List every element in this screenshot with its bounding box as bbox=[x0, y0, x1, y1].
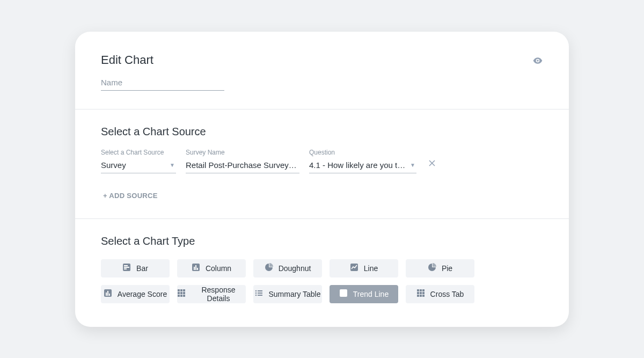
question-select[interactable]: 4.1 - How likely are you to pur... ▼ bbox=[309, 159, 416, 173]
svg-rect-21 bbox=[178, 295, 180, 297]
survey-name-value: Retail Post-Purchase Survey_Mode bbox=[186, 160, 298, 170]
chart-type-summary-table[interactable]: Summary Table bbox=[253, 285, 322, 303]
column-icon bbox=[104, 289, 112, 299]
chart-source-label: Select a Chart Source bbox=[101, 149, 176, 156]
line-icon bbox=[339, 289, 348, 299]
bar-icon bbox=[122, 263, 131, 273]
svg-rect-35 bbox=[420, 292, 422, 294]
svg-rect-32 bbox=[420, 289, 422, 291]
chart-type-label: Summary Table bbox=[268, 290, 320, 298]
chart-source-field: Select a Chart Source Survey ▼ bbox=[101, 149, 176, 173]
chart-type-trend-line[interactable]: Trend Line bbox=[330, 285, 398, 303]
svg-rect-17 bbox=[183, 289, 185, 291]
list-icon bbox=[254, 289, 263, 299]
chart-type-pie[interactable]: Pie bbox=[406, 259, 474, 277]
divider bbox=[75, 109, 569, 109]
line-icon bbox=[350, 263, 358, 273]
divider bbox=[75, 218, 569, 219]
doughnut-icon bbox=[265, 263, 273, 273]
chart-type-label: Cross Tab bbox=[430, 290, 464, 298]
chart-type-label: Pie bbox=[442, 264, 452, 273]
chart-type-column[interactable]: Column bbox=[177, 259, 246, 277]
chart-type-label: Trend Line bbox=[353, 290, 389, 298]
svg-rect-38 bbox=[420, 295, 422, 297]
chart-type-bar[interactable]: Bar bbox=[101, 259, 170, 277]
question-label: Question bbox=[309, 149, 416, 156]
svg-rect-3 bbox=[124, 265, 128, 266]
chart-type-label: Average Score bbox=[118, 290, 167, 298]
svg-rect-18 bbox=[178, 292, 180, 294]
modal-title: Edit Chart bbox=[101, 53, 153, 67]
chart-type-label: Line bbox=[364, 264, 378, 273]
svg-rect-22 bbox=[180, 295, 182, 297]
svg-rect-4 bbox=[124, 267, 129, 268]
modal-header: Edit Chart bbox=[101, 53, 543, 68]
chart-type-average-score[interactable]: Average Score bbox=[101, 285, 170, 303]
source-section-title: Select a Chart Source bbox=[101, 126, 543, 138]
svg-rect-33 bbox=[422, 289, 425, 291]
svg-rect-19 bbox=[180, 292, 182, 294]
name-field bbox=[101, 77, 224, 91]
name-input[interactable] bbox=[101, 77, 224, 91]
question-field: Question 4.1 - How likely are you to pur… bbox=[309, 149, 416, 173]
grid-icon bbox=[416, 289, 425, 299]
survey-name-label: Survey Name bbox=[186, 149, 299, 156]
chevron-down-icon: ▼ bbox=[410, 162, 415, 168]
svg-rect-12 bbox=[106, 293, 107, 296]
svg-rect-20 bbox=[183, 292, 185, 294]
survey-name-field: Survey Name Retail Post-Purchase Survey_… bbox=[186, 149, 299, 173]
add-source-button[interactable]: + ADD SOURCE bbox=[101, 192, 158, 200]
edit-chart-modal: Edit Chart Select a Chart Source Select … bbox=[75, 32, 569, 327]
svg-rect-27 bbox=[258, 293, 262, 294]
svg-rect-37 bbox=[417, 295, 419, 297]
svg-rect-39 bbox=[422, 295, 425, 297]
type-section-title: Select a Chart Type bbox=[101, 235, 543, 247]
svg-point-26 bbox=[255, 293, 257, 294]
svg-rect-14 bbox=[109, 294, 110, 296]
svg-rect-5 bbox=[124, 268, 127, 269]
svg-rect-9 bbox=[197, 268, 198, 270]
svg-rect-7 bbox=[194, 267, 195, 270]
chart-type-label: Response Details bbox=[191, 286, 246, 303]
chart-source-select[interactable]: Survey ▼ bbox=[101, 159, 176, 173]
chart-type-label: Doughnut bbox=[279, 264, 311, 273]
svg-rect-36 bbox=[422, 292, 425, 294]
chart-type-label: Bar bbox=[136, 264, 148, 273]
chart-type-grid: BarColumnDoughnutLinePieAverage ScoreRes… bbox=[101, 259, 543, 303]
grid-icon bbox=[177, 289, 186, 299]
chart-source-value: Survey bbox=[101, 160, 126, 170]
svg-point-24 bbox=[255, 290, 257, 292]
survey-name-select[interactable]: Retail Post-Purchase Survey_Mode bbox=[186, 159, 299, 173]
chevron-down-icon: ▼ bbox=[170, 162, 175, 168]
preview-icon[interactable] bbox=[532, 55, 543, 68]
svg-rect-8 bbox=[195, 265, 196, 270]
chart-type-response-details[interactable]: Response Details bbox=[177, 285, 246, 303]
chart-type-doughnut[interactable]: Doughnut bbox=[253, 259, 322, 277]
svg-rect-34 bbox=[417, 292, 419, 294]
chart-type-label: Column bbox=[206, 264, 231, 273]
svg-rect-16 bbox=[180, 289, 182, 291]
svg-rect-29 bbox=[258, 295, 262, 296]
column-icon bbox=[192, 263, 200, 273]
chart-type-line[interactable]: Line bbox=[330, 259, 398, 277]
chart-type-cross-tab[interactable]: Cross Tab bbox=[406, 285, 474, 303]
svg-rect-25 bbox=[258, 290, 262, 291]
question-value: 4.1 - How likely are you to pur... bbox=[309, 160, 406, 170]
remove-source-button[interactable] bbox=[426, 157, 438, 171]
svg-rect-23 bbox=[183, 295, 185, 297]
svg-rect-31 bbox=[417, 289, 419, 291]
svg-point-28 bbox=[255, 295, 257, 296]
svg-rect-13 bbox=[107, 291, 108, 296]
svg-rect-15 bbox=[178, 289, 180, 291]
pie-icon bbox=[428, 263, 436, 273]
source-row: Select a Chart Source Survey ▼ Survey Na… bbox=[101, 149, 543, 173]
